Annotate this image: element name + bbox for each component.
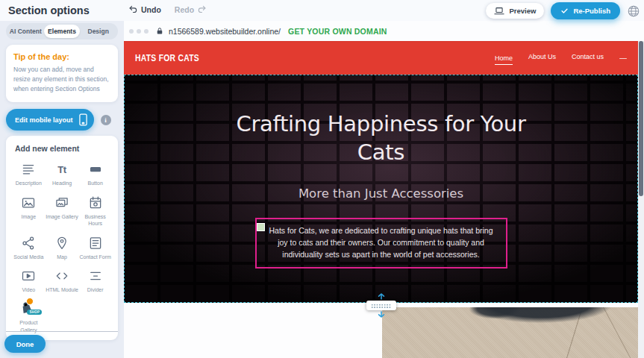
redo-icon [197, 4, 207, 14]
grip-dots-icon [371, 304, 391, 308]
preview-scrollbar[interactable] [638, 41, 644, 358]
sidebar-divider [6, 331, 118, 332]
top-right-actions: Preview Re-Publish [486, 2, 640, 19]
resize-arrow-down-icon [378, 311, 385, 318]
element-item-html-module[interactable]: HTML Module [46, 268, 79, 293]
republish-button[interactable]: Re-Publish [551, 2, 620, 19]
nav-item-contact-us[interactable]: Contact us [572, 53, 604, 63]
element-grid: Description Tt Heading Button [12, 161, 112, 333]
resize-arrow-up-icon [378, 293, 385, 300]
info-icon[interactable]: i [101, 115, 111, 125]
phone-icon [79, 113, 87, 126]
edit-mobile-layout-button[interactable]: Edit mobile layout [6, 109, 94, 131]
video-icon [20, 268, 37, 284]
element-item-map[interactable]: Map [46, 235, 79, 260]
lock-icon [155, 26, 164, 36]
element-item-product-gallery[interactable]: SHOP Product Gallery [12, 301, 46, 333]
scrollbar-thumb[interactable] [639, 41, 643, 196]
business-hours-icon [87, 195, 104, 211]
social-media-icon [20, 235, 37, 251]
nav-more-icon[interactable]: — [619, 54, 627, 62]
tip-title: Tip of the day: [13, 52, 110, 61]
page-title: Section options [8, 4, 90, 16]
element-item-business-hours[interactable]: Business Hours [78, 195, 112, 227]
divider-icon [87, 268, 104, 284]
undo-icon [128, 4, 138, 14]
language-globe-icon[interactable] [627, 4, 640, 18]
hero-subheading[interactable]: More than Just Accessories [298, 186, 463, 201]
section-resize-handle[interactable] [366, 293, 396, 318]
top-bar: Section options Undo Redo Preview Re-P [0, 0, 644, 21]
element-item-contact-form[interactable]: Contact Form [78, 235, 112, 260]
done-button[interactable]: Done [4, 335, 46, 353]
nav-item-home[interactable]: Home [495, 54, 513, 65]
element-item-button[interactable]: Button [78, 161, 112, 186]
browser-dots [129, 29, 149, 34]
cat-shadow-pavement-image[interactable] [382, 307, 638, 358]
browser-bar: n1566589.websitebuilder.online/ GET YOUR… [124, 21, 644, 41]
preview-button[interactable]: Preview [486, 3, 544, 19]
contact-form-icon [87, 235, 104, 251]
add-element-title: Add new element [12, 144, 112, 153]
site-nav: Home About Us Contact us — [495, 53, 627, 63]
laptop-icon [494, 7, 504, 16]
element-item-divider[interactable]: Divider [78, 268, 112, 293]
resize-grip[interactable] [366, 301, 396, 310]
tab-elements[interactable]: Elements [44, 25, 81, 38]
description-icon [20, 161, 37, 178]
check-icon [560, 7, 569, 15]
heading-icon: Tt [54, 161, 70, 178]
mobile-layout-row: Edit mobile layout i [6, 109, 118, 131]
hero-heading[interactable]: Crafting Happiness for Your Cats [221, 110, 542, 167]
html-module-icon [54, 268, 70, 284]
element-item-social-media[interactable]: Social Media [12, 235, 46, 260]
tab-design[interactable]: Design [80, 25, 116, 38]
element-item-video[interactable]: Video [12, 268, 46, 293]
website-canvas: HATS FOR CATS Home About Us Contact us —… [124, 41, 638, 358]
element-item-heading[interactable]: Tt Heading [46, 161, 79, 186]
nav-item-about-us[interactable]: About Us [528, 53, 556, 63]
hero-body-text: Hats for Cats, we are dedicated to craft… [269, 226, 493, 260]
image-gallery-icon [54, 195, 70, 211]
tip-of-the-day-card: Tip of the day: Now you can add, move an… [6, 45, 118, 102]
shop-badge: SHOP [27, 310, 42, 315]
tip-body: Now you can add, move and resize any ele… [13, 65, 110, 93]
hero-section-selected[interactable]: Crafting Happiness for Your Cats More th… [124, 75, 638, 303]
undo-button[interactable]: Undo [128, 4, 161, 14]
image-icon [20, 195, 37, 211]
get-domain-link[interactable]: GET YOUR OWN DOMAIN [288, 27, 387, 36]
element-item-image-gallery[interactable]: Image Gallery [46, 195, 79, 227]
site-header: HATS FOR CATS Home About Us Contact us — [124, 41, 638, 75]
tab-ai-content[interactable]: AI Content [7, 25, 44, 38]
element-item-image[interactable]: Image [12, 195, 46, 227]
preview-area: n1566589.websitebuilder.online/ GET YOUR… [124, 21, 644, 358]
product-gallery-icon: SHOP [19, 301, 37, 317]
history-controls: Undo Redo [128, 4, 207, 14]
site-logo[interactable]: HATS FOR CATS [135, 52, 199, 63]
panel-tabs: AI Content Elements Design [6, 23, 118, 40]
element-drag-handle[interactable] [257, 223, 265, 231]
button-icon [87, 161, 104, 178]
site-url[interactable]: n1566589.websitebuilder.online/ [169, 27, 281, 36]
section-options-panel: AI Content Elements Design Tip of the da… [0, 21, 124, 358]
hero-text-element[interactable]: Hats for Cats, we are dedicated to craft… [255, 218, 507, 269]
add-new-element-card: Add new element Description Tt Heading B… [6, 136, 118, 340]
redo-button[interactable]: Redo [175, 4, 207, 14]
map-pin-icon [54, 235, 70, 251]
element-item-description[interactable]: Description [12, 161, 46, 186]
